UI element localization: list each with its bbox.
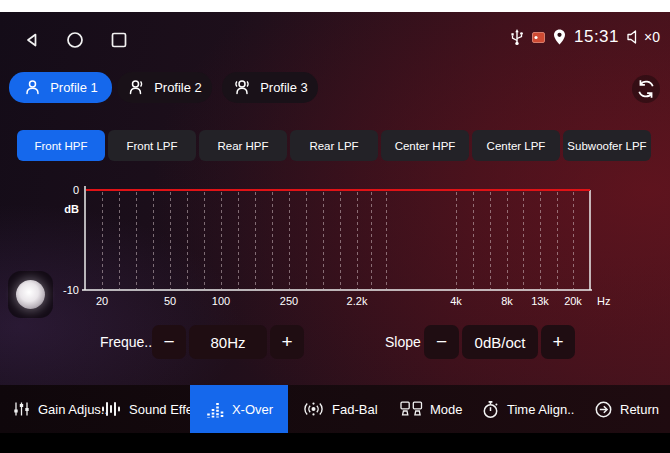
tab-label: Front HPF bbox=[34, 140, 87, 152]
nav-label: X-Over bbox=[232, 402, 273, 417]
nav-fad-bal[interactable]: Fad-Bal bbox=[302, 385, 378, 433]
tab-label: Center LPF bbox=[487, 140, 546, 152]
x-tick-label: 2.2k bbox=[347, 295, 368, 307]
top-strip bbox=[0, 0, 670, 12]
tab-profile-1[interactable]: Profile 1 bbox=[9, 72, 112, 103]
tab-rear-lpf[interactable]: Rear LPF bbox=[290, 130, 378, 161]
x-tick-label: 13k bbox=[531, 295, 549, 307]
y-tick-label: 0 bbox=[73, 184, 79, 196]
tab-subwoofer-lpf[interactable]: Subwoofer LPF bbox=[563, 130, 651, 161]
location-icon bbox=[552, 28, 567, 46]
speaker-mute-icon bbox=[626, 29, 642, 45]
gain-adjust-icon bbox=[12, 400, 31, 418]
frequency-plus-button[interactable]: + bbox=[270, 325, 304, 359]
nav-label: Mode bbox=[430, 402, 463, 417]
nav-time-align[interactable]: Time Align.. bbox=[481, 385, 574, 433]
nav-label: Return bbox=[620, 402, 659, 417]
tab-label: Subwoofer LPF bbox=[567, 140, 646, 152]
return-icon bbox=[594, 400, 613, 419]
tab-profile-2[interactable]: Profile 2 bbox=[117, 72, 212, 103]
xover-icon bbox=[205, 401, 225, 418]
nav-gain-adjust[interactable]: Gain Adjus.. bbox=[12, 385, 108, 433]
x-axis-unit: Hz bbox=[597, 295, 610, 307]
nav-return[interactable]: Return bbox=[594, 385, 659, 433]
nav-label: Time Align.. bbox=[507, 402, 574, 417]
tab-label: Rear LPF bbox=[309, 140, 358, 152]
assist-ball-icon bbox=[16, 280, 45, 309]
person-waves-icon bbox=[232, 78, 252, 97]
x-tick-label: 50 bbox=[164, 295, 176, 307]
tab-center-lpf[interactable]: Center LPF bbox=[472, 130, 560, 161]
tab-front-hpf[interactable]: Front HPF bbox=[17, 130, 105, 161]
person-icon bbox=[23, 78, 42, 97]
tab-rear-hpf[interactable]: Rear HPF bbox=[199, 130, 287, 161]
tab-label: Center HPF bbox=[395, 140, 456, 152]
time-align-icon bbox=[481, 400, 500, 419]
back-icon[interactable] bbox=[22, 30, 42, 50]
person-wave-icon bbox=[127, 78, 146, 97]
x-tick-label: 250 bbox=[280, 295, 298, 307]
frequency-value: 80Hz bbox=[189, 325, 267, 359]
home-icon[interactable] bbox=[65, 30, 85, 50]
frequency-label: Freque.. bbox=[100, 325, 152, 359]
floating-assist-button[interactable] bbox=[8, 271, 53, 318]
volume-status: ×0 bbox=[626, 29, 660, 45]
y-tick-label: -10 bbox=[63, 284, 79, 296]
screen: 15:31 ×0 Profile 1 Profile 2 bbox=[0, 0, 670, 453]
nav-label: Fad-Bal bbox=[332, 402, 378, 417]
nav-mode[interactable]: Mode bbox=[400, 385, 463, 433]
slope-minus-button[interactable]: − bbox=[424, 325, 459, 359]
slope-label: Slope bbox=[385, 325, 421, 359]
tab-label: Profile 1 bbox=[50, 80, 98, 95]
x-tick-label: 4k bbox=[450, 295, 462, 307]
slope-value: 0dB/oct bbox=[462, 325, 538, 359]
bottom-nav-bar: Gain Adjus.. Sound Effe.. bbox=[0, 385, 670, 433]
tab-center-hpf[interactable]: Center HPF bbox=[381, 130, 469, 161]
recents-icon[interactable] bbox=[109, 30, 129, 50]
tab-front-lpf[interactable]: Front LPF bbox=[108, 130, 196, 161]
bottom-bezel bbox=[0, 433, 670, 453]
nav-sound-effect[interactable]: Sound Effe.. bbox=[100, 385, 200, 433]
x-tick-label: 8k bbox=[501, 295, 513, 307]
frequency-minus-button[interactable]: − bbox=[152, 325, 186, 359]
x-tick-label: 100 bbox=[212, 295, 230, 307]
tab-label: Front LPF bbox=[126, 140, 177, 152]
refresh-icon bbox=[634, 77, 658, 101]
reset-button[interactable] bbox=[632, 75, 660, 103]
y-axis-label: dB bbox=[64, 203, 79, 215]
usb-icon bbox=[509, 28, 525, 46]
sound-effect-icon bbox=[100, 400, 122, 418]
tab-label: Profile 2 bbox=[154, 80, 202, 95]
tab-label: Profile 3 bbox=[260, 80, 308, 95]
volume-mute-label: ×0 bbox=[644, 29, 660, 45]
mode-icon bbox=[400, 401, 423, 417]
fader-balance-icon bbox=[302, 400, 325, 418]
x-tick-label: 20 bbox=[96, 295, 108, 307]
nav-label: Gain Adjus.. bbox=[38, 402, 108, 417]
x-tick-label: 20k bbox=[564, 295, 582, 307]
sd-card-icon bbox=[532, 32, 545, 43]
nav-x-over[interactable]: X-Over bbox=[190, 385, 288, 433]
clock: 15:31 bbox=[574, 27, 619, 47]
tab-label: Rear HPF bbox=[217, 140, 268, 152]
tab-profile-3[interactable]: Profile 3 bbox=[222, 72, 318, 103]
slope-plus-button[interactable]: + bbox=[541, 325, 575, 359]
